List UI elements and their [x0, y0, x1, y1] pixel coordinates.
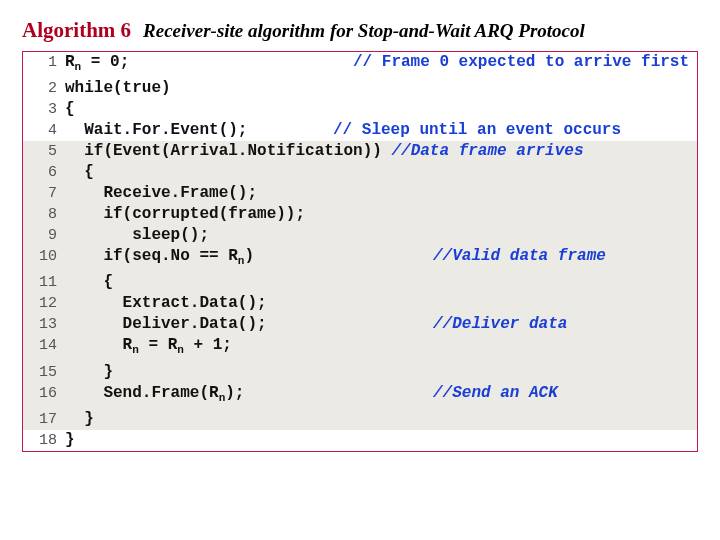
algorithm-title: Receiver-site algorithm for Stop-and-Wai… — [143, 20, 585, 41]
code-line: 4 Wait.For.Event(); // Sleep until an ev… — [23, 120, 697, 141]
comment: // Frame 0 expected to arrive first — [353, 52, 689, 73]
line-number: 2 — [23, 78, 63, 99]
code-text: } — [65, 431, 75, 449]
code-line: 7 Receive.Frame(); — [23, 183, 697, 204]
line-body: if(seq.No == Rn) //Valid data frame — [63, 246, 697, 272]
line-number: 5 — [23, 141, 63, 162]
code-text: Rn = 0; — [65, 53, 129, 71]
line-body: Deliver.Data(); //Deliver data — [63, 314, 697, 335]
line-body: while(true) — [63, 78, 697, 99]
code-line: 14 Rn = Rn + 1; — [23, 335, 697, 361]
line-body: Wait.For.Event(); // Sleep until an even… — [63, 120, 697, 141]
code-line: 6 { — [23, 162, 697, 183]
line-body: } — [63, 362, 697, 383]
code-line: 9 sleep(); — [23, 225, 697, 246]
code-text: Deliver.Data(); — [65, 315, 267, 333]
code-line: 2 while(true) — [23, 78, 697, 99]
line-body: sleep(); — [63, 225, 697, 246]
line-body: { — [63, 99, 697, 120]
line-number: 12 — [23, 293, 63, 314]
line-number: 17 — [23, 409, 63, 430]
line-number: 10 — [23, 246, 63, 272]
comment: //Send an ACK — [433, 383, 558, 404]
line-body: } — [63, 409, 697, 430]
line-number: 11 — [23, 272, 63, 293]
line-number: 15 — [23, 362, 63, 383]
line-number: 18 — [23, 430, 63, 451]
code-text: Rn = Rn + 1; — [65, 336, 232, 354]
code-line: 1 Rn = 0; // Frame 0 expected to arrive … — [23, 52, 697, 78]
line-body: Rn = Rn + 1; — [63, 335, 697, 361]
line-number: 4 — [23, 120, 63, 141]
line-body: { — [63, 272, 697, 293]
code-line: 18 } — [23, 430, 697, 451]
line-number: 16 — [23, 383, 63, 409]
comment: // Sleep until an event occurs — [333, 120, 621, 141]
code-line: 17 } — [23, 409, 697, 430]
code-text: sleep(); — [65, 226, 209, 244]
code-line: 12 Extract.Data(); — [23, 293, 697, 314]
line-number: 8 — [23, 204, 63, 225]
comment: //Deliver data — [433, 314, 567, 335]
line-number: 3 — [23, 99, 63, 120]
code-line: 5 if(Event(Arrival.Notification)) //Data… — [23, 141, 697, 162]
line-body: } — [63, 430, 697, 451]
code-text: { — [65, 100, 75, 118]
line-number: 13 — [23, 314, 63, 335]
code-listing: 1 Rn = 0; // Frame 0 expected to arrive … — [22, 51, 698, 452]
code-line: 15 } — [23, 362, 697, 383]
code-text: while(true) — [65, 79, 171, 97]
code-text: { — [65, 163, 94, 181]
line-number: 9 — [23, 225, 63, 246]
code-line: 16 Send.Frame(Rn); //Send an ACK — [23, 383, 697, 409]
code-line: 8 if(corrupted(frame)); — [23, 204, 697, 225]
code-text: Wait.For.Event(); — [65, 121, 247, 139]
code-text: Send.Frame(Rn); — [65, 384, 244, 402]
code-text: if(Event(Arrival.Notification)) — [65, 142, 391, 160]
code-text: } — [65, 410, 94, 428]
line-number: 6 — [23, 162, 63, 183]
code-text: Extract.Data(); — [65, 294, 267, 312]
page: Algorithm 6 Receiver-site algorithm for … — [0, 0, 720, 462]
code-text: if(corrupted(frame)); — [65, 205, 305, 223]
line-number: 7 — [23, 183, 63, 204]
line-body: if(Event(Arrival.Notification)) //Data f… — [63, 141, 697, 162]
line-body: Receive.Frame(); — [63, 183, 697, 204]
line-number: 14 — [23, 335, 63, 361]
code-line: 10 if(seq.No == Rn) //Valid data frame — [23, 246, 697, 272]
comment: //Data frame arrives — [391, 142, 583, 160]
comment: //Valid data frame — [433, 246, 606, 267]
code-line: 13 Deliver.Data(); //Deliver data — [23, 314, 697, 335]
code-line: 11 { — [23, 272, 697, 293]
line-body: Rn = 0; // Frame 0 expected to arrive fi… — [63, 52, 697, 78]
code-line: 3 { — [23, 99, 697, 120]
algorithm-number: Algorithm 6 — [22, 18, 131, 42]
line-body: if(corrupted(frame)); — [63, 204, 697, 225]
code-text: if(seq.No == Rn) — [65, 247, 254, 265]
title-row: Algorithm 6 Receiver-site algorithm for … — [22, 18, 698, 43]
line-body: Send.Frame(Rn); //Send an ACK — [63, 383, 697, 409]
code-text: Receive.Frame(); — [65, 184, 257, 202]
line-number: 1 — [23, 52, 63, 78]
line-body: Extract.Data(); — [63, 293, 697, 314]
code-text: { — [65, 273, 113, 291]
line-body: { — [63, 162, 697, 183]
code-text: } — [65, 363, 113, 381]
